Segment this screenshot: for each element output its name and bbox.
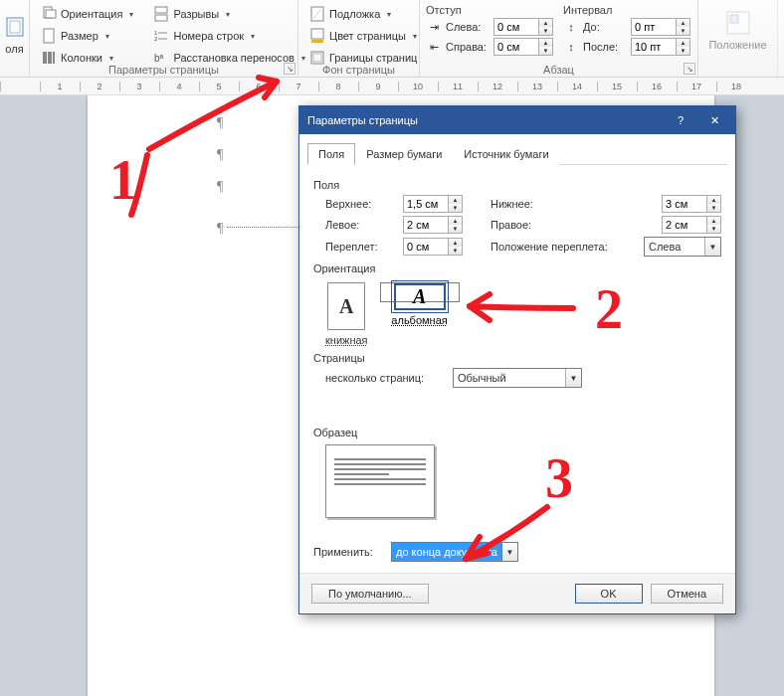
line-numbers-label: Номера строк	[173, 30, 244, 42]
ruler-mark	[0, 82, 40, 91]
spacing-after-spin[interactable]: ▲▼	[631, 38, 690, 56]
portrait-button[interactable]: A книжная	[325, 282, 368, 346]
breaks-button[interactable]: Разрывы	[148, 4, 309, 24]
spin-up[interactable]: ▲	[677, 19, 689, 27]
fields-group-partial: оля	[0, 0, 30, 77]
page-color-button[interactable]: Цвет страницы	[304, 26, 413, 46]
ruler-mark: 15	[597, 82, 637, 91]
ruler-mark: 9	[358, 82, 398, 91]
svg-rect-18	[311, 40, 323, 43]
ok-button[interactable]: OK	[575, 584, 643, 604]
tab-paper-size[interactable]: Размер бумаги	[355, 143, 453, 165]
ruler[interactable]: 123456789101112131415161718	[0, 78, 784, 95]
svg-rect-9	[155, 15, 167, 21]
breaks-icon	[153, 6, 169, 22]
indent-left-label: Слева:	[446, 21, 490, 33]
position-icon	[722, 7, 754, 39]
default-button[interactable]: По умолчанию...	[311, 584, 429, 604]
svg-rect-17	[311, 29, 323, 39]
margins-section: Поля	[313, 179, 721, 191]
preview-thumbnail	[325, 444, 435, 518]
line-numbers-button[interactable]: 12Номера строк	[148, 26, 309, 46]
indent-right-spin[interactable]: ▲▼	[493, 38, 553, 56]
bottom-margin-input[interactable]	[663, 196, 706, 212]
position-group: Положение	[698, 0, 778, 77]
spin-up[interactable]: ▲	[677, 39, 689, 47]
spin-up[interactable]: ▲	[539, 39, 552, 47]
orientation-button[interactable]: Ориентация	[36, 4, 138, 24]
bottom-margin-spin[interactable]: ▲▼	[662, 195, 721, 213]
spin-down[interactable]: ▼	[677, 27, 689, 35]
close-button[interactable]: ✕	[701, 114, 727, 127]
spacing-before-label: До:	[583, 21, 627, 33]
left-margin-input[interactable]	[404, 217, 448, 233]
apply-to-select[interactable]: до конца документа▼	[391, 542, 518, 562]
svg-rect-4	[44, 29, 54, 43]
indent-right-input[interactable]	[494, 39, 538, 55]
svg-text:2: 2	[154, 36, 158, 42]
multiple-pages-select[interactable]: Обычный▼	[453, 368, 582, 388]
spin-down[interactable]: ▼	[539, 47, 552, 55]
chevron-down-icon: ▼	[501, 543, 517, 561]
portrait-icon: A	[327, 282, 365, 330]
svg-rect-6	[48, 52, 52, 64]
size-button[interactable]: Размер	[36, 26, 138, 46]
page-setup-group: Ориентация Размер Колонки Разрывы 12Номе…	[30, 0, 298, 77]
page-color-label: Цвет страницы	[329, 30, 406, 42]
paragraph-group: Отступ ⇥Слева:▲▼ ⇤Справа:▲▼ Интервал ↕До…	[420, 0, 698, 77]
spacing-after-label: После:	[583, 41, 627, 53]
spin-down[interactable]: ▼	[539, 27, 552, 35]
svg-rect-20	[313, 54, 321, 62]
left-margin-spin[interactable]: ▲▼	[403, 216, 463, 234]
spacing-before-input[interactable]	[632, 19, 676, 35]
page-setup-dialog: Параметры страницы ? ✕ Поля Размер бумаг…	[298, 105, 736, 614]
right-margin-spin[interactable]: ▲▼	[662, 216, 721, 234]
landscape-button[interactable]: A альбомная	[380, 282, 460, 302]
size-icon	[41, 28, 57, 44]
spacing-after-input[interactable]	[632, 39, 676, 55]
gutter-pos-select[interactable]: Слева▼	[644, 237, 721, 257]
svg-rect-3	[46, 10, 56, 18]
ruler-mark: 2	[80, 82, 119, 91]
ruler-mark: 13	[517, 82, 557, 91]
gutter-spin[interactable]: ▲▼	[403, 238, 463, 256]
gutter-pos-label: Положение переплета:	[490, 241, 630, 253]
tab-fields[interactable]: Поля	[307, 143, 355, 165]
dialog-footer: По умолчанию... OK Отмена	[299, 573, 735, 613]
svg-rect-8	[155, 7, 167, 13]
chevron-down-icon: ▼	[565, 369, 581, 387]
dialog-body: Поля Верхнее: ▲▼ Нижнее: ▲▼ Левое: ▲▼ Пр…	[299, 165, 735, 573]
spin-down[interactable]: ▼	[677, 47, 689, 55]
page-setup-launcher[interactable]: ↘	[284, 63, 295, 75]
help-button[interactable]: ?	[668, 114, 693, 127]
tab-paper-source[interactable]: Источник бумаги	[453, 143, 559, 165]
page-color-icon	[309, 28, 325, 44]
spin-up[interactable]: ▲	[539, 19, 552, 27]
dialog-titlebar[interactable]: Параметры страницы ? ✕	[299, 106, 735, 134]
ruler-mark: 17	[677, 82, 716, 91]
page-bg-label: Фон страницы	[298, 64, 419, 76]
gutter-input[interactable]	[404, 239, 448, 255]
chevron-down-icon: ▼	[704, 238, 720, 256]
indent-heading: Отступ	[426, 4, 553, 16]
cancel-button[interactable]: Отмена	[651, 584, 723, 604]
svg-rect-22	[730, 15, 738, 23]
portrait-label: книжная	[325, 334, 368, 346]
pilcrow: ¶	[217, 179, 223, 195]
paragraph-launcher[interactable]: ↘	[684, 63, 695, 75]
size-label: Размер	[61, 30, 98, 42]
spacing-before-spin[interactable]: ▲▼	[631, 18, 690, 36]
indent-left-spin[interactable]: ▲▼	[493, 18, 553, 36]
top-margin-input[interactable]	[404, 196, 448, 212]
watermark-button[interactable]: Подложка	[304, 4, 413, 24]
page-setup-label: Параметры страницы	[30, 64, 297, 76]
ruler-mark: 4	[159, 82, 199, 91]
pilcrow: ¶	[217, 115, 223, 131]
orientation-icon	[41, 6, 57, 22]
top-margin-spin[interactable]: ▲▼	[403, 195, 463, 213]
ruler-mark: 11	[438, 82, 478, 91]
pages-section: Страницы	[313, 352, 721, 364]
position-button[interactable]: Положение	[703, 4, 771, 54]
indent-left-input[interactable]	[494, 19, 538, 35]
right-margin-input[interactable]	[663, 217, 706, 233]
